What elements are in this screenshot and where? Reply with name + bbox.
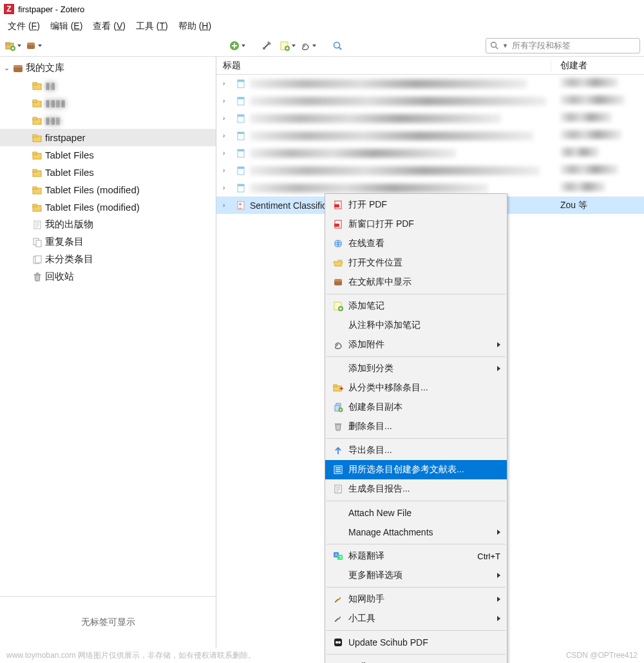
sidebar-item-label: ▮▮▮▮ [45,97,66,109]
context-menu-item-22[interactable]: A文标题翻译Ctrl+T [325,546,507,566]
sidebar-item-1[interactable]: ▮▮▮▮ [0,94,216,111]
item-icon [236,113,246,124]
sidebar-item-9[interactable]: 重复条目 [0,233,216,251]
trash-icon [330,421,346,432]
doc-icon [32,220,43,230]
context-menu-item-30[interactable]: Zutilo [325,657,507,663]
menu-e[interactable]: 编辑 (E) [45,19,88,34]
item-icon [236,131,246,141]
new-collection-button[interactable] [4,38,22,53]
context-menu-item-10[interactable]: 添加到分类 [325,359,507,378]
svg-rect-33 [35,256,41,263]
unfiled-icon [32,255,43,265]
context-menu-item-12[interactable]: 创建条目副本 [325,398,507,417]
menu-h[interactable]: 帮助 (H) [173,19,216,34]
add-attachment-button[interactable] [299,38,317,53]
svg-rect-1 [6,43,10,44]
scihub-icon [330,637,346,648]
sidebar-item-11[interactable]: 回收站 [0,268,216,285]
menu-f[interactable]: 文件 (F) [3,19,45,34]
context-menu-item-20[interactable]: Manage Attachments [325,523,507,542]
tree-item-library[interactable]: ⌄ 我的文库 [0,59,216,77]
folder-out-icon [330,383,346,393]
svg-text:A: A [335,553,337,557]
new-library-button[interactable] [24,38,43,53]
library-label: 我的文库 [26,62,64,74]
svg-point-10 [491,43,497,48]
context-menu-item-13[interactable]: 删除条目... [325,417,507,436]
context-menu-item-2[interactable]: 在线查看 [325,234,507,253]
context-menu-item-8[interactable]: 添加附件 [325,335,507,354]
menu-item-label: 打开文件位置 [348,257,500,269]
sidebar-item-label: Tablet Files [45,149,94,160]
context-menu-item-28[interactable]: Update Scihub PDF [325,633,507,652]
context-menu-item-4[interactable]: 在文献库中显示 [325,273,507,292]
clip-icon [330,340,346,350]
context-menu-item-0[interactable]: 打开 PDF [325,195,507,215]
menu-v[interactable]: 查看 (V) [88,19,131,34]
context-menu-item-1[interactable]: 新窗口打开 PDF [325,215,507,234]
context-menu-item-26[interactable]: 小工具 [325,609,507,628]
table-row[interactable]: › [216,75,644,92]
translate-icon: A文 [330,551,346,561]
context-menu-item-17[interactable]: 生成条目报告... [325,479,507,499]
title-blurred [250,149,456,158]
sidebar-item-4[interactable]: Tablet Files [0,146,216,164]
context-menu-item-7[interactable]: 从注释中添加笔记 [325,316,507,335]
sidebar-item-2[interactable]: ▮▮▮ [0,111,216,129]
svg-text:文: 文 [339,555,343,559]
new-item-button[interactable] [228,38,246,53]
quick-search[interactable]: ▼ 所有字段和标签 [486,38,640,53]
table-row[interactable]: › [216,92,644,110]
title-blurred [250,79,527,88]
menu-separator [327,356,506,357]
context-menu-item-15[interactable]: 导出条目... [325,441,507,460]
svg-point-75 [336,641,338,644]
twisty-icon[interactable]: ⌄ [4,64,13,72]
tag-selector: 无标签可显示 [0,596,216,648]
context-menu-item-11[interactable]: 从分类中移除条目... [325,378,507,398]
context-menu-item-19[interactable]: Attach New File [325,503,507,523]
advanced-search-button[interactable] [328,38,346,53]
menu-t[interactable]: 工具 (T) [131,19,173,34]
add-by-id-button[interactable] [258,38,276,53]
menu-item-label: 标题翻译 [348,550,477,562]
svg-rect-63 [334,385,337,387]
context-menu-item-6[interactable]: 添加笔记 [325,296,507,316]
context-menu-item-23[interactable]: 更多翻译选项 [325,566,507,585]
creator-blurred [560,95,625,104]
sidebar-item-6[interactable]: Tablet Files (modified) [0,181,216,198]
svg-rect-37 [238,80,244,82]
menu-separator [327,630,506,631]
sidebar-item-8[interactable]: 我的出版物 [0,216,216,233]
table-row[interactable]: › [216,162,644,179]
svg-point-51 [239,203,242,206]
menu-item-label: 打开 PDF [348,199,500,211]
context-menu-item-25[interactable]: 知网助手 [325,590,507,609]
item-creator: Zou 等 [560,200,587,210]
new-note-button[interactable] [278,38,296,53]
context-menu-item-3[interactable]: 打开文件位置 [325,253,507,273]
item-icon [236,200,246,211]
table-row[interactable]: › [216,144,644,162]
menu-separator [327,587,506,588]
svg-rect-4 [27,43,35,45]
sidebar-item-10[interactable]: 未分类条目 [0,251,216,268]
footer-right: CSDN @OPTree412 [566,651,638,660]
col-title[interactable]: 标题 [216,60,551,72]
sidebar-item-5[interactable]: Tablet Files [0,164,216,181]
menu-separator [327,294,506,294]
context-menu-item-16[interactable]: 用所选条目创建参考文献表... [325,460,507,479]
table-row[interactable]: › [216,127,644,144]
menu-shortcut: Ctrl+T [477,552,500,561]
menu-item-label: 更多翻译选项 [348,570,500,581]
item-icon [236,96,246,106]
table-row[interactable]: › [216,110,644,127]
dup-icon [330,402,346,412]
menu-item-label: 生成条目报告... [348,483,500,495]
sidebar-item-0[interactable]: ▮▮ [0,77,216,94]
sidebar-item-7[interactable]: Tablet Files (modified) [0,198,216,216]
menu-item-label: Manage Attachments [348,527,500,537]
col-creator[interactable]: 创建者 [551,60,644,72]
sidebar-item-3[interactable]: firstpaper [0,129,216,146]
